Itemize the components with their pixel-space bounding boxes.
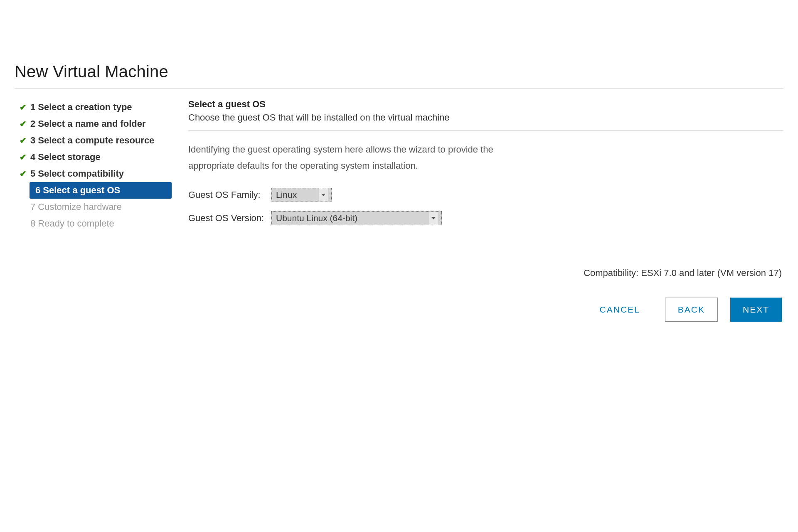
cancel-button[interactable]: CANCEL xyxy=(587,298,653,322)
step-label: 3 Select a compute resource xyxy=(30,135,154,146)
wizard-footer: CANCEL BACK NEXT xyxy=(188,298,783,322)
field-guest-os-family: Guest OS Family: Linux xyxy=(188,188,783,202)
guest-os-version-select[interactable]: Ubuntu Linux (64-bit) xyxy=(271,211,442,225)
wizard-content: Select a guest OS Choose the guest OS th… xyxy=(172,99,783,322)
back-button[interactable]: BACK xyxy=(665,298,718,322)
step-customize-hardware: ✔ 7 Customize hardware xyxy=(15,199,172,215)
step-label: 8 Ready to complete xyxy=(30,218,114,229)
version-label: Guest OS Version: xyxy=(188,213,271,224)
chevron-down-icon xyxy=(429,212,438,225)
section-description: Identifying the guest operating system h… xyxy=(188,142,529,174)
step-label: 6 Select a guest OS xyxy=(35,185,120,196)
compatibility-text: Compatibility: ESXi 7.0 and later (VM ve… xyxy=(188,268,783,278)
step-creation-type[interactable]: ✔ 1 Select a creation type xyxy=(15,99,172,116)
family-label: Guest OS Family: xyxy=(188,190,271,200)
check-icon: ✔ xyxy=(20,135,30,145)
section-subheading: Choose the guest OS that will be install… xyxy=(188,112,783,131)
wizard-title: New Virtual Machine xyxy=(15,62,783,89)
wizard-steps: ✔ 1 Select a creation type ✔ 2 Select a … xyxy=(15,99,172,322)
step-guest-os[interactable]: 6 Select a guest OS xyxy=(30,182,172,199)
step-storage[interactable]: ✔ 4 Select storage xyxy=(15,149,172,165)
wizard-body: ✔ 1 Select a creation type ✔ 2 Select a … xyxy=(15,99,783,322)
check-icon: ✔ xyxy=(20,152,30,162)
select-value: Linux xyxy=(276,190,297,200)
next-button[interactable]: NEXT xyxy=(730,298,782,322)
step-label: 7 Customize hardware xyxy=(30,202,122,212)
step-label: 4 Select storage xyxy=(30,152,101,163)
step-compute-resource[interactable]: ✔ 3 Select a compute resource xyxy=(15,132,172,149)
section-heading: Select a guest OS xyxy=(188,99,783,110)
guest-os-family-select[interactable]: Linux xyxy=(271,188,332,202)
step-label: 2 Select a name and folder xyxy=(30,118,146,129)
step-compatibility[interactable]: ✔ 5 Select compatibility xyxy=(15,165,172,182)
field-guest-os-version: Guest OS Version: Ubuntu Linux (64-bit) xyxy=(188,211,783,225)
step-label: 5 Select compatibility xyxy=(30,168,124,179)
chevron-down-icon xyxy=(319,188,328,202)
check-icon: ✔ xyxy=(20,102,30,112)
check-icon: ✔ xyxy=(20,119,30,129)
select-value: Ubuntu Linux (64-bit) xyxy=(276,213,357,223)
step-label: 1 Select a creation type xyxy=(30,102,132,113)
step-ready-complete: ✔ 8 Ready to complete xyxy=(15,215,172,232)
check-icon: ✔ xyxy=(20,169,30,179)
step-name-folder[interactable]: ✔ 2 Select a name and folder xyxy=(15,116,172,132)
